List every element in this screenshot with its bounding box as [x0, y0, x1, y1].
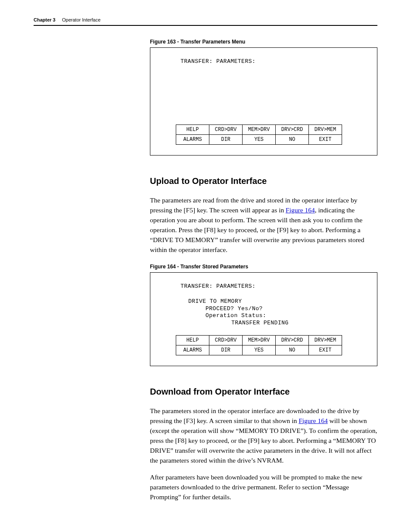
upload-paragraph: The parameters are read from the drive a…: [150, 196, 377, 255]
figure-163-screen: TRANSFER: PARAMETERS: HELP CRD>DRV MEM>D…: [150, 47, 377, 156]
softkey-crd-drv: CRD>DRV: [209, 335, 243, 345]
screen-164-line2: PROCEED? Yes/No?: [206, 305, 365, 313]
softkey-yes: YES: [242, 345, 276, 355]
softkey-mem-drv: MEM>DRV: [242, 124, 276, 135]
softkey-alarms: ALARMS: [176, 345, 209, 355]
chapter-label: Chapter 3: [34, 17, 56, 22]
figure-163-caption: Figure 163 - Transfer Parameters Menu: [150, 39, 377, 45]
chapter-title: Operator Interface: [62, 17, 100, 22]
screen-164-line1: DRIVE TO MEMORY: [188, 298, 365, 305]
softkey-help: HELP: [176, 335, 209, 345]
softkey-grid-164: HELP CRD>DRV MEM>DRV DRV>CRD DRV>MEM ALA…: [176, 336, 365, 355]
softkey-grid-163: HELP CRD>DRV MEM>DRV DRV>CRD DRV>MEM ALA…: [176, 125, 365, 145]
running-header: Chapter 3 Operator Interface: [34, 17, 377, 26]
softkey-dir: DIR: [209, 345, 243, 355]
softkey-help: HELP: [176, 124, 209, 135]
softkey-dir: DIR: [209, 134, 243, 145]
screen-164-title: TRANSFER: PARAMETERS:: [181, 283, 365, 289]
softkey-crd-drv: CRD>DRV: [209, 124, 243, 135]
softkey-drv-mem: DRV>MEM: [308, 335, 342, 345]
softkey-alarms: ALARMS: [176, 134, 209, 145]
softkey-drv-crd: DRV>CRD: [275, 124, 309, 135]
screen-164-body: DRIVE TO MEMORY PROCEED? Yes/No? Operati…: [188, 298, 365, 327]
screen-164-status: TRANSFER PENDING: [231, 320, 289, 327]
download-paragraph-1: The parameters stored in the operator in…: [150, 406, 377, 466]
softkey-no: NO: [275, 345, 309, 355]
figure-164-screen: TRANSFER: PARAMETERS: DRIVE TO MEMORY PR…: [150, 272, 377, 367]
softkey-drv-crd: DRV>CRD: [275, 335, 309, 345]
softkey-mem-drv: MEM>DRV: [242, 335, 276, 345]
softkey-exit: EXIT: [308, 345, 342, 355]
screen-163-title: TRANSFER: PARAMETERS:: [181, 58, 365, 65]
softkey-drv-mem: DRV>MEM: [308, 124, 342, 135]
screen-164-line3: Operation Status:: [206, 312, 266, 319]
download-heading: Download from Operator Interface: [150, 387, 377, 397]
softkey-yes: YES: [242, 134, 276, 145]
download-paragraph-2: After parameters have been downloaded yo…: [150, 473, 377, 502]
figure-164-caption: Figure 164 - Transfer Stored Parameters: [150, 264, 377, 270]
softkey-exit: EXIT: [308, 134, 342, 145]
figure-164-link-1[interactable]: Figure 164: [286, 206, 315, 214]
figure-164-link-2[interactable]: Figure 164: [299, 417, 328, 424]
softkey-no: NO: [275, 134, 309, 145]
upload-heading: Upload to Operator Interface: [150, 176, 377, 186]
